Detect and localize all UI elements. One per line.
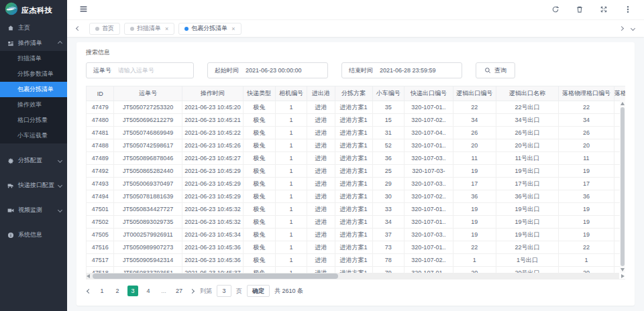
scroll-up-icon[interactable] <box>621 102 625 105</box>
tab-close-icon[interactable]: × <box>231 25 235 32</box>
table-cell: JT5050781881639 <box>114 190 182 203</box>
table-cell: 进港方案1 <box>335 127 372 139</box>
sidebar-item-系统信息[interactable]: 系统信息 <box>0 227 67 243</box>
tab-包裹分拣清单[interactable]: 包裹分拣清单× <box>178 23 241 35</box>
page-ellipsis: ... <box>158 286 169 296</box>
table-cell: 19 <box>453 203 496 216</box>
waybill-input[interactable] <box>118 63 193 78</box>
sidebar-item-label: 系统信息 <box>18 231 62 239</box>
table-cell: JT5050893029735 <box>114 216 182 229</box>
page-button-2[interactable]: 2 <box>112 286 123 296</box>
table-cell: 34 <box>453 114 496 127</box>
menu-toggle-icon[interactable] <box>79 4 88 16</box>
end-time-input[interactable] <box>380 63 462 78</box>
tab-首页[interactable]: 首页 <box>89 23 120 35</box>
table-cell: 1 <box>275 203 307 216</box>
trash-icon[interactable] <box>576 4 584 16</box>
table-row: 47492JT50508652824402021-06-23 10:45:29极… <box>87 165 626 178</box>
page-button-1[interactable]: 1 <box>97 286 107 296</box>
table-cell: 320-107-01.. <box>405 203 453 216</box>
table-cell: 47502 <box>87 216 114 229</box>
sidebar-item-分拣配置[interactable]: 分拣配置 <box>0 153 67 168</box>
sidebar-item-主页[interactable]: 主页 <box>0 20 67 36</box>
table-cell: 320-107-03.. <box>405 152 453 165</box>
table-cell: 1 <box>275 216 307 229</box>
sidebar-item-快递接口配置[interactable]: 快递接口配置 <box>0 178 67 193</box>
horizontal-scrollbar[interactable] <box>86 273 619 279</box>
scroll-left-icon[interactable] <box>87 274 90 278</box>
table-cell: 22 <box>453 101 496 114</box>
table-cell: 1 <box>275 127 307 139</box>
table-cell: 320-107-02.. <box>405 190 453 203</box>
camera-icon <box>7 207 14 214</box>
sidebar-item-操作清单[interactable]: 操作清单 <box>0 36 67 51</box>
table-cell: 2021-06-23 10:45:21 <box>182 114 243 127</box>
table-cell: 19 <box>453 216 496 229</box>
table-cell: 20 <box>453 139 496 152</box>
page-button-3[interactable]: 3 <box>127 286 138 296</box>
table-cell: 2021-06-23 10:45:36 <box>182 241 243 254</box>
sidebar-item-包裹分拣清单[interactable]: 包裹分拣清单 <box>0 82 67 97</box>
sidebar-item-label: 操作清单 <box>18 39 54 48</box>
prev-page-icon[interactable] <box>86 290 92 293</box>
tabs-scroll-right-icon[interactable] <box>616 27 627 30</box>
tabs-dropdown-icon[interactable] <box>627 27 639 30</box>
info-icon <box>7 232 14 239</box>
column-header-落格逻辑出口编号: 落格逻辑出口编号 <box>614 86 625 101</box>
table-cell: 进港方案1 <box>335 216 372 229</box>
next-page-icon[interactable] <box>189 290 195 293</box>
main-area: 首页扫描清单×包裹分拣清单× 搜索信息 运单号 起始时间 <box>67 0 644 311</box>
goto-page-input[interactable] <box>217 285 231 297</box>
table-cell: 进港方案1 <box>335 190 372 203</box>
tab-label: 扫描清单 <box>137 24 161 33</box>
sidebar-item-格口分拣量[interactable]: 格口分拣量 <box>0 113 67 128</box>
total-count: 共 2610 条 <box>274 287 303 296</box>
table-cell: 进港方案1 <box>335 178 372 190</box>
sidebar-item-小车运载量[interactable]: 小车运载量 <box>0 128 67 143</box>
table-cell: 36 <box>372 152 405 165</box>
page-button-27[interactable]: 27 <box>174 286 184 296</box>
sidebar-item-视频监测[interactable]: 视频监测 <box>0 202 67 218</box>
table-cell: 进港 <box>307 152 335 165</box>
sidebar-item-扫描清单[interactable]: 扫描清单 <box>0 51 67 66</box>
table-cell: 26号出口 <box>496 127 558 139</box>
table-cell: 11 <box>453 152 496 165</box>
search-section-title: 搜索信息 <box>86 48 625 57</box>
table-cell: 320-107-02.. <box>405 114 453 127</box>
vertical-scrollbar-thumb[interactable] <box>621 107 625 266</box>
topbar <box>67 0 644 20</box>
scroll-down-icon[interactable] <box>621 268 625 271</box>
table-cell: 15 <box>372 114 405 127</box>
table-cell: 37 <box>372 229 405 241</box>
table-cell: 20号出口 <box>496 139 558 152</box>
tab-扫描清单[interactable]: 扫描清单× <box>124 23 174 35</box>
refresh-icon[interactable] <box>551 4 559 16</box>
sidebar-item-分拣参数清单[interactable]: 分拣参数清单 <box>0 66 67 82</box>
table-cell: 进港 <box>307 139 335 152</box>
table-cell: 进港 <box>307 216 335 229</box>
table-cell: 320-107-03- <box>405 165 453 178</box>
scroll-right-icon[interactable] <box>621 274 625 278</box>
table-cell: 极兔 <box>243 216 275 229</box>
table-cell: 47501 <box>87 203 114 216</box>
table-cell: 进港方案1 <box>335 254 372 267</box>
table-cell: 22 <box>558 101 614 114</box>
table-cell: JT5050696212279 <box>114 114 182 127</box>
goto-confirm-button[interactable]: 确定 <box>247 285 270 297</box>
query-button[interactable]: 查询 <box>476 62 515 78</box>
page-button-4[interactable]: 4 <box>143 286 154 296</box>
truck-icon <box>7 182 14 189</box>
sidebar-item-操作效率[interactable]: 操作效率 <box>0 97 67 113</box>
fullscreen-icon[interactable] <box>600 4 608 16</box>
more-options-icon[interactable] <box>624 4 632 16</box>
table-cell: 17号出口 <box>496 178 558 190</box>
start-time-input[interactable] <box>246 63 327 78</box>
tab-close-icon[interactable]: × <box>165 25 168 32</box>
table-cell: 1 <box>558 254 614 267</box>
tabs-scroll-left-icon[interactable] <box>72 27 84 30</box>
table-cell: 19 <box>558 216 614 229</box>
horizontal-scrollbar-thumb[interactable] <box>93 273 338 279</box>
vertical-scrollbar[interactable] <box>620 101 625 273</box>
search-form: 运单号 起始时间 结束时间 查询 <box>86 62 625 78</box>
gear-icon <box>7 158 14 164</box>
